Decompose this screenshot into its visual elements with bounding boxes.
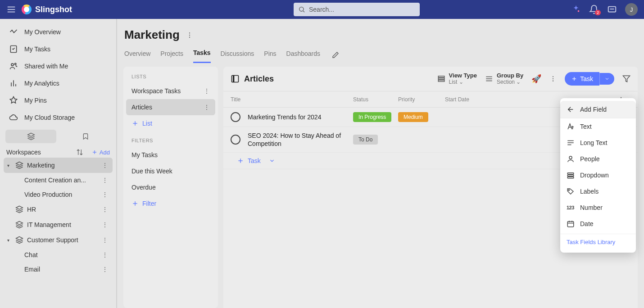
more-icon[interactable]: ⋮ <box>101 162 109 169</box>
more-icon[interactable]: ⋮ <box>101 236 109 244</box>
back-icon[interactable] <box>567 105 575 113</box>
status-badge[interactable]: To Do <box>353 135 378 145</box>
new-task-button[interactable]: Task <box>565 72 599 86</box>
workspace-customer-support[interactable]: ▾Customer Support⋮ <box>4 232 113 248</box>
field-option-date[interactable]: Date <box>560 216 636 232</box>
svg-rect-52 <box>567 175 574 176</box>
field-option-labels[interactable]: Labels <box>560 183 636 199</box>
col-header-priority[interactable]: Priority <box>398 96 445 103</box>
group-by-label: Group By <box>497 72 523 79</box>
more-icon[interactable]: ⋮ <box>101 221 109 228</box>
svg-marker-19 <box>16 222 23 225</box>
bookmark-view-toggle[interactable] <box>60 130 111 143</box>
workspace-child[interactable]: Chat⋮ <box>4 248 113 262</box>
filter-item[interactable]: Overdue <box>126 179 215 195</box>
layers-icon <box>15 221 23 229</box>
workspace-hr[interactable]: HR⋮ <box>4 202 113 217</box>
workspace-child[interactable]: Content Creation an...⋮ <box>4 173 113 187</box>
sidebar-item-my-pins[interactable]: My Pins <box>4 92 113 109</box>
sidebar-item-shared-with-me[interactable]: Shared with Me <box>4 58 113 75</box>
sidebar-item-my-tasks[interactable]: My Tasks <box>4 41 113 58</box>
add-task-dropdown[interactable] <box>269 158 275 164</box>
tab-discussions[interactable]: Discussions <box>221 47 254 63</box>
more-icon[interactable]: ⋮ <box>204 104 210 111</box>
page-more-icon[interactable] <box>186 32 193 39</box>
svg-rect-32 <box>438 80 444 82</box>
list-item[interactable]: Workspace Tasks⋮ <box>126 83 215 99</box>
more-icon[interactable]: ⋮ <box>101 191 109 198</box>
svg-marker-18 <box>16 206 23 210</box>
add-list-button[interactable]: List <box>126 115 215 131</box>
main-content: Marketing OverviewProjectsTasksDiscussio… <box>117 19 644 308</box>
tab-dashboards[interactable]: Dashboards <box>286 47 321 63</box>
filter-icon[interactable] <box>622 75 630 83</box>
nav-icon <box>9 45 18 54</box>
filter-item[interactable]: Due this Week <box>126 163 215 179</box>
tab-overview[interactable]: Overview <box>124 47 150 63</box>
nav-icon <box>9 113 18 122</box>
add-task-button[interactable]: Task <box>237 157 261 164</box>
nav-label: My Pins <box>24 97 47 104</box>
menu-icon[interactable] <box>6 5 16 14</box>
complete-toggle[interactable] <box>231 112 240 122</box>
bell-icon[interactable]: 2 <box>589 5 599 14</box>
sidebar-item-my-cloud-storage[interactable]: My Cloud Storage <box>4 109 113 126</box>
field-option-people[interactable]: People <box>560 151 636 167</box>
field-type-icon: 123 <box>567 204 575 212</box>
nav-label: My Cloud Storage <box>24 114 75 121</box>
nav-label: My Tasks <box>24 45 50 53</box>
field-option-long-text[interactable]: Long Text <box>560 135 636 151</box>
more-icon[interactable]: ⋮ <box>101 266 109 273</box>
workspace-marketing[interactable]: ▾Marketing⋮ <box>4 158 113 173</box>
tab-tasks[interactable]: Tasks <box>193 46 211 63</box>
expand-icon[interactable]: ▾ <box>7 163 12 168</box>
list-item[interactable]: Articles⋮ <box>126 99 215 115</box>
new-task-dropdown[interactable] <box>599 73 614 85</box>
complete-toggle[interactable] <box>231 135 240 145</box>
sort-icon[interactable] <box>76 149 83 156</box>
col-header-title[interactable]: Title <box>231 96 353 103</box>
tab-pins[interactable]: Pins <box>264 47 276 63</box>
sparkle-icon[interactable] <box>571 5 581 14</box>
plus-icon <box>132 200 139 207</box>
workspace-child-label: Video Production <box>24 191 72 198</box>
field-option-label: Labels <box>580 188 599 195</box>
field-type-icon <box>567 171 575 179</box>
task-fields-library-link[interactable]: Task Fields Library <box>560 234 636 250</box>
rocket-icon[interactable]: 🚀 <box>531 74 541 84</box>
layers-icon <box>15 236 23 244</box>
search-input[interactable]: Search... <box>294 3 420 16</box>
sidebar-item-my-analytics[interactable]: My Analytics <box>4 75 113 92</box>
tab-projects[interactable]: Projects <box>160 47 183 63</box>
more-icon[interactable]: ⋮ <box>204 87 210 95</box>
plus-icon <box>132 120 139 127</box>
stack-view-toggle[interactable] <box>5 130 56 143</box>
field-option-dropdown[interactable]: Dropdown <box>560 167 636 183</box>
field-option-number[interactable]: 123Number <box>560 199 636 216</box>
more-icon[interactable]: ⋮ <box>101 177 109 184</box>
workspace-it-management[interactable]: IT Management⋮ <box>4 217 113 232</box>
workspace-child[interactable]: Video Production⋮ <box>4 187 113 202</box>
status-badge[interactable]: In Progress <box>353 112 391 122</box>
expand-icon[interactable]: ▾ <box>7 238 12 243</box>
view-type-selector[interactable]: View Type List ⌄ <box>437 72 477 85</box>
workspace-child[interactable]: Email⋮ <box>4 262 113 276</box>
col-header-status[interactable]: Status <box>353 96 398 103</box>
field-option-text[interactable]: Text <box>560 118 636 135</box>
priority-badge[interactable]: Medium <box>398 112 428 122</box>
more-icon[interactable]: ⋮ <box>101 251 109 258</box>
col-header-start-date[interactable]: Start Date <box>445 96 499 103</box>
chat-icon[interactable] <box>607 5 617 14</box>
avatar[interactable]: J <box>625 3 638 16</box>
edit-tabs-icon[interactable] <box>332 51 339 59</box>
sidebar-item-my-overview[interactable]: My Overview <box>4 23 113 41</box>
more-icon[interactable]: ⋮ <box>101 206 109 213</box>
brand-logo[interactable]: Slingshot <box>22 5 72 14</box>
filter-item-label: Due this Week <box>132 168 172 175</box>
add-workspace-button[interactable]: Add <box>91 149 110 156</box>
top-bar: Slingshot Search... 2 J <box>0 0 644 19</box>
more-icon[interactable] <box>549 75 557 82</box>
filter-item[interactable]: My Tasks <box>126 147 215 163</box>
add-filter-button[interactable]: Filter <box>126 195 215 212</box>
group-by-selector[interactable]: Group By Section ⌄ <box>485 72 523 85</box>
